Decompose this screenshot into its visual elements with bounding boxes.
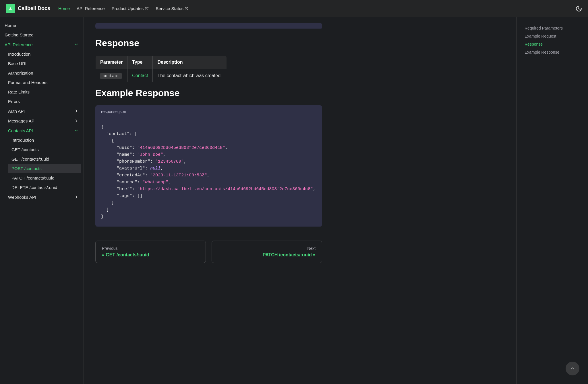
sidebar-item-messages-api[interactable]: Messages API [0, 116, 84, 126]
sidebar-item-auth-api[interactable]: Auth API [0, 106, 84, 116]
sidebar-item-label: Messages API [8, 118, 36, 123]
chevron-up-icon [570, 366, 575, 371]
sidebar-item-contacts-intro[interactable]: Introduction [0, 135, 84, 145]
chevron-right-icon [74, 194, 79, 200]
table-cell-description: The contact which was created. [153, 69, 227, 83]
sidebar-item-patch-contacts[interactable]: PATCH /contacts/:uuid [0, 173, 84, 183]
nav-links: Home API Reference Product Updates Servi… [58, 6, 189, 11]
inline-code: contact [100, 73, 122, 79]
pagination-previous[interactable]: Previous « GET /contacts/:uuid [95, 241, 206, 263]
table-cell-parameter: contact [96, 69, 127, 83]
chevron-right-icon [74, 108, 79, 114]
codeblock-stub [95, 23, 322, 29]
pagination-previous-title: « GET /contacts/:uuid [102, 252, 199, 258]
pagination-nav: Previous « GET /contacts/:uuid Next PATC… [95, 241, 322, 263]
scroll-to-top-button[interactable] [566, 362, 579, 375]
nav-service-status[interactable]: Service Status [156, 6, 189, 11]
sidebar-item-introduction[interactable]: Introduction [0, 49, 84, 59]
chevron-down-icon [74, 128, 79, 133]
main-content: Response Parameter Type Description cont… [84, 17, 516, 384]
table-cell-type: Contact [127, 69, 153, 83]
sidebar-item-errors[interactable]: Errors [0, 97, 84, 106]
type-link-contact[interactable]: Contact [132, 73, 148, 78]
nav-home[interactable]: Home [58, 6, 70, 11]
brand-logo-wrap[interactable]: Callbell Docs [6, 4, 50, 13]
sidebar-item-get-contacts[interactable]: GET /contacts [0, 145, 84, 154]
sidebar-item-api-reference[interactable]: API Reference [0, 40, 84, 49]
parameters-table: Parameter Type Description contact Conta… [95, 55, 227, 83]
chevron-right-icon [74, 118, 79, 123]
nav-label: Service Status [156, 6, 183, 11]
codeblock-title: response.json [95, 105, 322, 118]
table-header-parameter: Parameter [96, 56, 127, 69]
sidebar-item-label: Auth API [8, 109, 25, 114]
toc-example-response[interactable]: Example Response [521, 48, 583, 56]
sidebar: Home Getting Started API Reference Intro… [0, 17, 84, 384]
pagination-next-label: Next [218, 246, 316, 251]
heading-example-response: Example Response [95, 88, 322, 98]
sidebar-item-label: Contacts API [8, 128, 33, 133]
sidebar-item-base-url[interactable]: Base URL [0, 59, 84, 68]
logo-icon [6, 4, 15, 13]
nav-label: Product Updates [112, 6, 144, 11]
external-link-icon [185, 7, 189, 11]
sidebar-item-rate-limits[interactable]: Rate Limits [0, 87, 84, 97]
sidebar-item-label: Webhooks API [8, 195, 36, 200]
brand-name: Callbell Docs [18, 5, 50, 11]
pagination-previous-label: Previous [102, 246, 199, 251]
toc-response[interactable]: Response [521, 40, 583, 48]
header-left: Callbell Docs Home API Reference Product… [6, 4, 189, 13]
header: Callbell Docs Home API Reference Product… [0, 0, 588, 17]
sidebar-item-contacts-api[interactable]: Contacts API [0, 126, 84, 135]
codeblock-response: response.json { "contact": [ { "uuid": "… [95, 105, 322, 227]
layout: Home Getting Started API Reference Intro… [0, 17, 588, 384]
sidebar-item-post-contacts[interactable]: POST /contacts [8, 164, 81, 173]
code-content: { "contact": [ { "uuid": "414a6d692bd645… [95, 118, 322, 226]
sidebar-item-label: API Reference [5, 42, 33, 47]
chevron-down-icon [74, 42, 79, 47]
nav-api-reference[interactable]: API Reference [77, 6, 105, 11]
sidebar-item-format-headers[interactable]: Format and Headers [0, 78, 84, 87]
sidebar-item-webhooks-api[interactable]: Webhooks API [0, 192, 84, 202]
dark-mode-toggle[interactable] [575, 5, 582, 12]
table-header-type: Type [127, 56, 153, 69]
moon-icon [575, 5, 582, 12]
pagination-next-title: PATCH /contacts/:uuid » [218, 252, 316, 258]
toc-required-parameters[interactable]: Required Parameters [521, 24, 583, 32]
external-link-icon [145, 7, 149, 11]
sidebar-item-authorization[interactable]: Authorization [0, 68, 84, 78]
table-of-contents: Required Parameters Example Request Resp… [516, 17, 588, 384]
sidebar-item-delete-contacts[interactable]: DELETE /contacts/:uuid [0, 183, 84, 192]
content-wrapper: Response Parameter Type Description cont… [95, 23, 322, 263]
table-header-description: Description [153, 56, 227, 69]
heading-response: Response [95, 38, 322, 48]
table-row: contact Contact The contact which was cr… [96, 69, 227, 83]
nav-product-updates[interactable]: Product Updates [112, 6, 149, 11]
sidebar-item-getting-started[interactable]: Getting Started [0, 30, 84, 40]
sidebar-item-get-contact-uuid[interactable]: GET /contacts/:uuid [0, 154, 84, 164]
toc-example-request[interactable]: Example Request [521, 32, 583, 40]
sidebar-item-home[interactable]: Home [0, 21, 84, 30]
pagination-next[interactable]: Next PATCH /contacts/:uuid » [212, 241, 322, 263]
